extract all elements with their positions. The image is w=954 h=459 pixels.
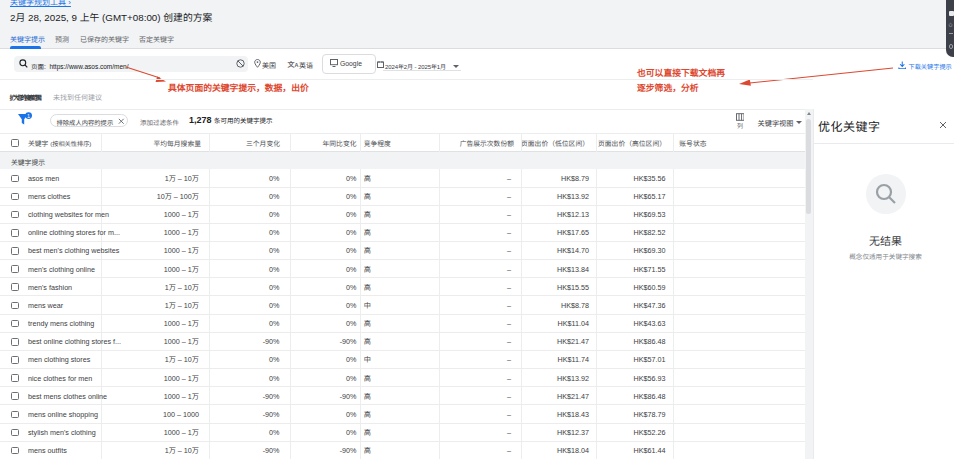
svg-text:1: 1 bbox=[27, 113, 30, 119]
